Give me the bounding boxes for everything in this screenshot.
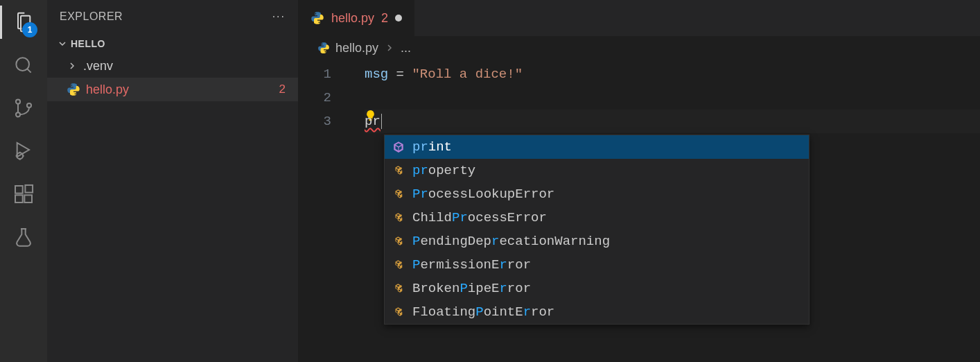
class-icon xyxy=(392,212,405,224)
tree-item-file[interactable]: hello.py 2 xyxy=(47,78,298,101)
tree-item-label: .venv xyxy=(83,59,113,74)
suggest-item[interactable]: FloatingPointError xyxy=(385,300,809,324)
activity-bar: 1 xyxy=(0,0,47,362)
suggest-item[interactable]: BrokenPipeError xyxy=(385,277,809,300)
typed-text: pr xyxy=(365,114,382,129)
svg-rect-7 xyxy=(24,195,32,202)
code-line[interactable] xyxy=(365,86,980,110)
svg-rect-5 xyxy=(15,186,23,193)
tab-label: hello.py xyxy=(331,11,374,26)
python-file-icon xyxy=(317,42,330,54)
tab-problem-count: 2 xyxy=(381,11,388,26)
svg-point-1 xyxy=(16,100,20,104)
class-icon xyxy=(392,306,405,318)
breadcrumb-rest: ... xyxy=(401,41,411,55)
tree-item-problem-count: 2 xyxy=(279,83,286,96)
intellisense-suggest[interactable]: printpropertyProcessLookupErrorChildProc… xyxy=(384,135,810,325)
sidebar-title: EXPLORER xyxy=(60,10,123,23)
tree-item-label: hello.py xyxy=(86,83,129,97)
code-line[interactable]: msg = "Roll a dice!" xyxy=(365,62,980,86)
suggest-item[interactable]: ChildProcessError xyxy=(385,206,809,230)
svg-point-2 xyxy=(16,112,20,117)
tab-bar: hello.py 2 xyxy=(298,0,980,36)
line-gutter: 1 2 3 xyxy=(298,60,348,362)
explorer-sidebar: EXPLORER ··· HELLO .venv hello.py 2 xyxy=(47,0,298,362)
method-icon xyxy=(392,141,405,153)
suggest-item-label: print xyxy=(412,135,452,159)
breadcrumb-file: hello.py xyxy=(335,41,378,55)
suggest-item-label: ChildProcessError xyxy=(412,206,547,230)
code-lines[interactable]: msg = "Roll a dice!" pr xyxy=(298,60,980,133)
suggest-item-label: ProcessLookupError xyxy=(412,182,554,206)
chevron-down-icon xyxy=(57,38,68,49)
suggest-item-label: BrokenPipeError xyxy=(412,277,531,300)
suggest-item-label: PendingDeprecationWarning xyxy=(412,230,610,253)
suggest-item[interactable]: PendingDeprecationWarning xyxy=(385,230,809,253)
chevron-right-icon xyxy=(67,60,78,71)
suggest-item-label: property xyxy=(412,159,475,182)
svg-rect-8 xyxy=(25,185,33,193)
folder-name: HELLO xyxy=(71,38,105,49)
class-icon xyxy=(392,282,405,295)
editor-area: hello.py 2 hello.py ... 1 2 3 msg = "Rol… xyxy=(298,0,980,362)
code-line[interactable]: pr xyxy=(365,110,980,133)
class-icon xyxy=(392,235,405,248)
breadcrumb[interactable]: hello.py ... xyxy=(298,36,980,60)
suggest-item[interactable]: PermissionError xyxy=(385,253,809,277)
svg-rect-6 xyxy=(15,195,23,202)
python-file-icon xyxy=(310,11,324,25)
suggest-item-label: PermissionError xyxy=(412,253,531,277)
suggest-item-label: FloatingPointError xyxy=(412,300,554,324)
svg-point-0 xyxy=(16,58,29,71)
code-editor[interactable]: 1 2 3 msg = "Roll a dice!" pr printprope… xyxy=(298,60,980,362)
activity-run-debug[interactable] xyxy=(7,135,40,168)
activity-testing[interactable] xyxy=(7,221,40,254)
activity-explorer[interactable]: 1 xyxy=(7,6,40,39)
svg-point-3 xyxy=(27,103,31,107)
tab-dirty-icon xyxy=(395,15,402,21)
class-icon xyxy=(392,188,405,200)
suggest-item[interactable]: property xyxy=(385,159,809,182)
activity-extensions[interactable] xyxy=(7,178,40,211)
editor-tab[interactable]: hello.py 2 xyxy=(298,0,414,36)
python-file-icon xyxy=(67,83,80,96)
folder-header[interactable]: HELLO xyxy=(47,33,298,54)
chevron-right-icon xyxy=(384,42,395,53)
activity-search[interactable] xyxy=(7,49,40,82)
activity-source-control[interactable] xyxy=(7,92,40,125)
explorer-badge: 1 xyxy=(22,22,37,37)
sidebar-header: EXPLORER ··· xyxy=(47,0,298,33)
class-icon xyxy=(392,164,405,177)
suggest-item[interactable]: print xyxy=(385,135,809,159)
tree-item-folder[interactable]: .venv xyxy=(47,54,298,78)
sidebar-more-icon[interactable]: ··· xyxy=(272,10,286,23)
suggest-item[interactable]: ProcessLookupError xyxy=(385,182,809,206)
class-icon xyxy=(392,259,405,271)
